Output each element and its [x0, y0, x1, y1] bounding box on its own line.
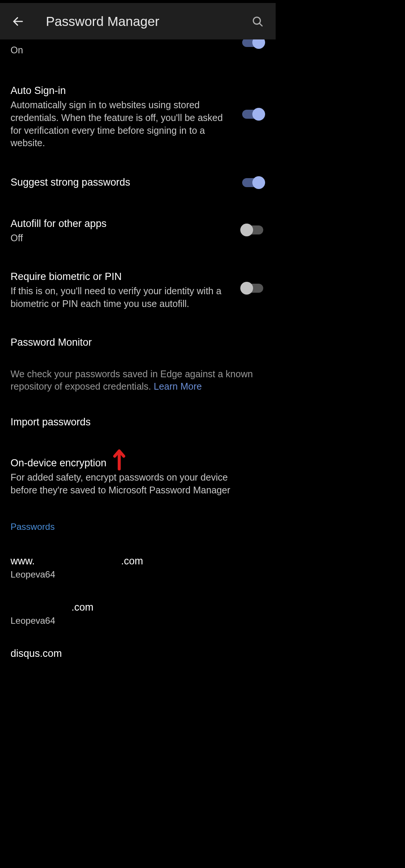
setting-import-passwords[interactable]: Import passwords: [0, 416, 276, 429]
password-monitor-desc-row: We check your passwords saved in Edge ag…: [0, 368, 276, 393]
back-arrow-icon: [12, 15, 24, 28]
on-device-encryption-subtitle: For added safety, encrypt passwords on y…: [11, 471, 250, 497]
entry-user: Leopeva64: [11, 569, 265, 580]
back-button[interactable]: [9, 12, 27, 30]
settings-content: On Auto Sign-in Automatically sign in to…: [0, 39, 276, 659]
autofill-other-toggle[interactable]: [240, 222, 265, 237]
setting-save-passwords[interactable]: On: [0, 39, 276, 56]
svg-line-2: [259, 23, 262, 26]
setting-autofill-other[interactable]: Autofill for other apps Off: [0, 217, 276, 245]
learn-more-link[interactable]: Learn More: [154, 381, 202, 392]
entry-site: xxxxxxxxxxxx.com: [11, 602, 265, 613]
auto-signin-toggle[interactable]: [240, 107, 265, 122]
require-biometric-title: Require biometric or PIN: [11, 270, 225, 283]
auto-signin-title: Auto Sign-in: [11, 84, 225, 97]
search-button[interactable]: [249, 12, 267, 30]
password-entry-0[interactable]: www.xxxxxxxxxxxxxxxxx.com Leopeva64: [0, 555, 276, 580]
entry-user: Leopeva64: [11, 615, 265, 626]
autofill-other-subtitle: Off: [11, 232, 225, 245]
suggest-strong-toggle[interactable]: [240, 175, 265, 190]
entry-site: www.xxxxxxxxxxxxxxxxx.com: [11, 555, 265, 567]
passwords-section-label: Passwords: [0, 522, 276, 532]
password-monitor-title: Password Monitor: [11, 336, 250, 349]
setting-suggest-strong[interactable]: Suggest strong passwords: [0, 176, 276, 190]
on-device-encryption-title: On-device encryption: [11, 457, 250, 470]
password-entry-2[interactable]: disqus.com: [0, 648, 276, 659]
require-biometric-subtitle: If this is on, you'll need to verify you…: [11, 285, 225, 310]
entry-site: disqus.com: [11, 648, 265, 659]
setting-password-monitor[interactable]: Password Monitor: [0, 336, 276, 349]
auto-signin-subtitle: Automatically sign in to websites using …: [11, 99, 225, 150]
import-passwords-title: Import passwords: [11, 416, 250, 429]
setting-require-biometric[interactable]: Require biometric or PIN If this is on, …: [0, 270, 276, 310]
setting-on-device-encryption[interactable]: On-device encryption For added safety, e…: [0, 457, 276, 497]
save-passwords-toggle[interactable]: [240, 39, 265, 49]
password-entry-1[interactable]: xxxxxxxxxxxx.com Leopeva64: [0, 602, 276, 626]
app-header: Password Manager: [0, 3, 276, 39]
require-biometric-toggle[interactable]: [240, 281, 265, 296]
autofill-other-title: Autofill for other apps: [11, 217, 225, 230]
search-icon: [252, 15, 264, 27]
password-monitor-desc: We check your passwords saved in Edge ag…: [11, 369, 253, 392]
setting-auto-signin[interactable]: Auto Sign-in Automatically sign in to we…: [0, 84, 276, 150]
page-title: Password Manager: [46, 14, 249, 29]
suggest-strong-title: Suggest strong passwords: [11, 176, 225, 189]
save-passwords-subtitle: On: [11, 45, 240, 56]
